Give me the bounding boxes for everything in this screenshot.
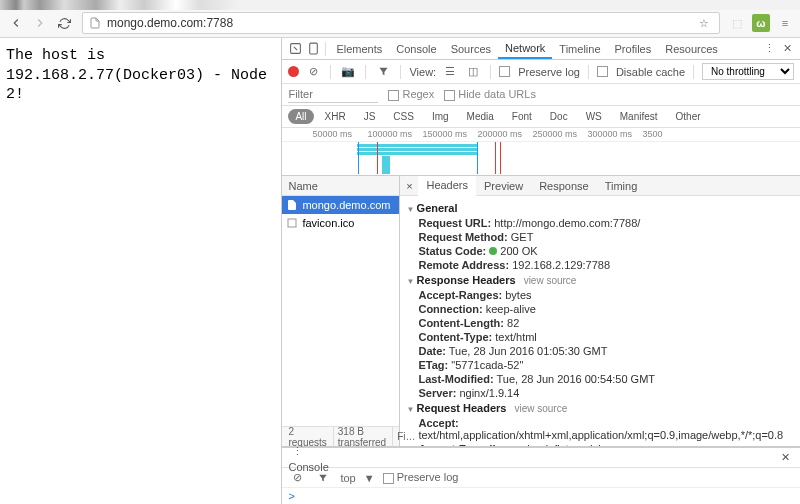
hide-urls-checkbox[interactable]: [444, 90, 455, 101]
detail-tab-timing[interactable]: Timing: [597, 177, 646, 195]
network-controls: ⊘ 📷 View: ☰ ◫ Preserve log Disable cache…: [282, 60, 800, 84]
tab-profiles[interactable]: Profiles: [608, 40, 659, 58]
request-details: × Headers Preview Response Timing Genera…: [400, 176, 800, 446]
request-row[interactable]: favicon.ico: [282, 214, 399, 232]
throttling-select[interactable]: No throttling: [702, 63, 794, 80]
console-clear-icon[interactable]: ⊘: [288, 469, 306, 487]
response-headers-section[interactable]: Response Headersview source: [406, 272, 794, 288]
disable-cache-checkbox[interactable]: [597, 66, 608, 77]
url-text: mongo.demo.com:7788: [107, 16, 695, 30]
tab-strip: [0, 0, 800, 10]
regex-checkbox[interactable]: [388, 90, 399, 101]
back-button[interactable]: [6, 13, 26, 33]
document-icon: [286, 199, 298, 211]
type-all[interactable]: All: [288, 109, 313, 124]
network-timeline[interactable]: 50000 ms 100000 ms 150000 ms 200000 ms 2…: [282, 128, 800, 176]
browser-toolbar: mongo.demo.com:7788 ☆ ⬚ ω ≡: [0, 10, 800, 37]
type-other[interactable]: Other: [669, 109, 708, 124]
tab-resources[interactable]: Resources: [658, 40, 725, 58]
type-media[interactable]: Media: [460, 109, 501, 124]
inspect-icon[interactable]: [286, 40, 304, 58]
record-button[interactable]: [288, 66, 299, 77]
request-headers-section[interactable]: Request Headersview source: [406, 400, 794, 416]
request-list: Name mongo.demo.com favicon.ico 2 reques…: [282, 176, 400, 446]
console-close-icon[interactable]: ✕: [776, 451, 794, 464]
page-icon: [89, 17, 101, 29]
filter-input[interactable]: [288, 87, 378, 103]
console-filter-icon[interactable]: [314, 469, 332, 487]
console-scope[interactable]: top: [340, 472, 355, 484]
type-css[interactable]: CSS: [386, 109, 421, 124]
forward-button[interactable]: [30, 13, 50, 33]
timeline-bars: [282, 142, 800, 176]
page-body: The host is 192.168.2.77(Docker03) - Nod…: [0, 38, 281, 504]
svg-rect-1: [310, 43, 318, 54]
address-bar[interactable]: mongo.demo.com:7788 ☆: [82, 12, 720, 34]
request-row[interactable]: mongo.demo.com: [282, 196, 399, 214]
bookmark-icon[interactable]: ☆: [695, 14, 713, 32]
clear-icon[interactable]: ⊘: [304, 63, 322, 81]
type-js[interactable]: JS: [357, 109, 383, 124]
type-filter-row: All XHR JS CSS Img Media Font Doc WS Man…: [282, 106, 800, 128]
preserve-log-checkbox[interactable]: [499, 66, 510, 77]
extension-icon-1[interactable]: ⬚: [728, 14, 746, 32]
detail-tab-preview[interactable]: Preview: [476, 177, 531, 195]
type-font[interactable]: Font: [505, 109, 539, 124]
detail-tab-response[interactable]: Response: [531, 177, 597, 195]
reload-button[interactable]: [54, 13, 74, 33]
filter-icon[interactable]: [374, 63, 392, 81]
devtools-menu-icon[interactable]: ⋮: [760, 40, 778, 58]
devtools-tabs: Elements Console Sources Network Timelin…: [282, 38, 800, 60]
extension-icon-2[interactable]: ω: [752, 14, 770, 32]
console-preserve-checkbox[interactable]: [383, 473, 394, 484]
detail-tab-headers[interactable]: Headers: [418, 176, 476, 196]
type-xhr[interactable]: XHR: [318, 109, 353, 124]
view-label: View:: [409, 66, 436, 78]
tab-elements[interactable]: Elements: [329, 40, 389, 58]
name-header[interactable]: Name: [282, 176, 399, 196]
type-doc[interactable]: Doc: [543, 109, 575, 124]
browser-chrome: mongo.demo.com:7788 ☆ ⬚ ω ≡: [0, 0, 800, 38]
filter-row: Regex Hide data URLs: [282, 84, 800, 106]
tab-console[interactable]: Console: [389, 40, 443, 58]
headers-body: General Request URL: http://mongo.demo.c…: [400, 196, 800, 446]
status-dot-icon: [489, 247, 497, 255]
view-frame-icon[interactable]: ◫: [464, 63, 482, 81]
capture-icon[interactable]: 📷: [339, 63, 357, 81]
type-img[interactable]: Img: [425, 109, 456, 124]
view-list-icon[interactable]: ☰: [441, 63, 459, 81]
tab-network[interactable]: Network: [498, 39, 552, 59]
svg-rect-2: [288, 219, 296, 227]
devtools-close-icon[interactable]: ✕: [778, 40, 796, 58]
tab-sources[interactable]: Sources: [444, 40, 498, 58]
devtools-panel: Elements Console Sources Network Timelin…: [281, 38, 800, 504]
type-ws[interactable]: WS: [579, 109, 609, 124]
network-table: Name mongo.demo.com favicon.ico 2 reques…: [282, 176, 800, 447]
general-section[interactable]: General: [406, 200, 794, 216]
console-prompt[interactable]: >: [282, 488, 800, 504]
chrome-menu-icon[interactable]: ≡: [776, 14, 794, 32]
console-menu-icon[interactable]: ⋮: [288, 443, 306, 461]
document-icon: [286, 217, 298, 229]
tab-timeline[interactable]: Timeline: [552, 40, 607, 58]
type-manifest[interactable]: Manifest: [613, 109, 665, 124]
close-details-icon[interactable]: ×: [400, 180, 418, 192]
device-toggle-icon[interactable]: [304, 40, 322, 58]
console-drawer: ⋮ Console ✕ ⊘ top ▼ Preserve log >: [282, 447, 800, 504]
